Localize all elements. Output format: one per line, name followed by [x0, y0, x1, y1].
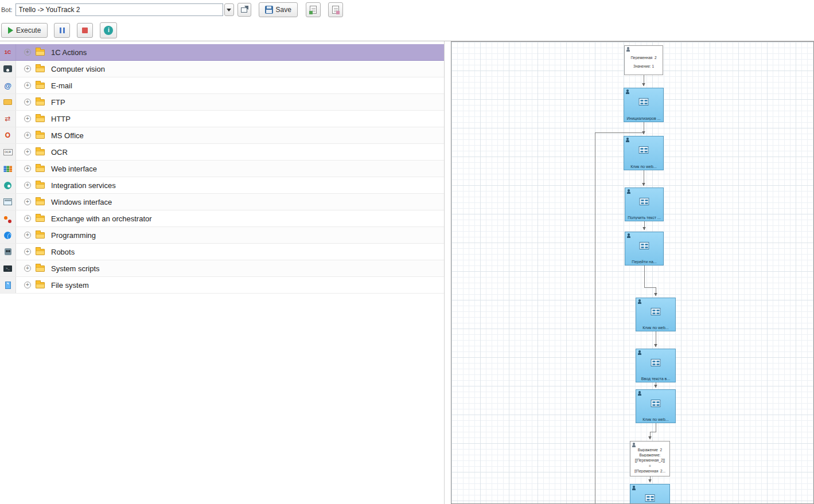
- flow-action-node[interactable]: Клик по web...: [624, 136, 664, 170]
- expand-plus-icon[interactable]: [24, 99, 31, 106]
- flow-action-node[interactable]: Получить текст ...: [625, 187, 664, 221]
- expand-plus-icon[interactable]: [24, 182, 31, 189]
- flow-variable-node[interactable]: Выражение_2Выражение:[[Переменная_2]]=[[…: [630, 441, 670, 476]
- expand-plus-icon[interactable]: [24, 65, 31, 72]
- category-icon-cell: [0, 177, 16, 193]
- flow-edge: [650, 423, 656, 439]
- document-icon: [310, 6, 317, 14]
- tree-row-label: 1C Actions: [51, 48, 87, 57]
- main-area: 1C ActionsComputer visionE-mailFTPHTTPMS…: [0, 41, 814, 504]
- node-badge-icon: [637, 391, 641, 396]
- node-label: Ввод текста в...: [637, 377, 675, 381]
- expand-plus-icon[interactable]: [24, 132, 31, 139]
- panel-splitter[interactable]: [445, 41, 451, 504]
- robots-icon: [5, 248, 11, 255]
- flow-action-node[interactable]: Ввод текста в...: [636, 349, 676, 382]
- vision-icon: [3, 65, 12, 72]
- expand-plus-icon[interactable]: [24, 82, 31, 89]
- tree-row-label: MS Office: [51, 131, 84, 140]
- category-icon-cell: [0, 61, 16, 77]
- node-badge-icon: [637, 350, 641, 355]
- node-label: Инициализиров ...: [625, 116, 663, 120]
- expand-plus-icon[interactable]: [24, 215, 31, 222]
- node-text-line: [[Переменная_2]]: [632, 458, 668, 462]
- category-icon-cell: [0, 277, 16, 293]
- info-button[interactable]: i: [100, 22, 117, 38]
- tree-row-label: HTTP: [51, 115, 71, 123]
- node-badge-icon: [625, 89, 629, 94]
- expand-plus-icon[interactable]: [24, 115, 31, 122]
- expand-plus-icon[interactable]: [24, 232, 31, 239]
- folder-icon: [36, 182, 45, 189]
- tree-row-1c-actions[interactable]: 1C Actions: [0, 44, 444, 61]
- scripts-icon: [3, 265, 12, 272]
- pause-button[interactable]: [54, 23, 70, 38]
- stop-icon: [82, 28, 88, 33]
- expand-plus-icon[interactable]: [24, 282, 31, 288]
- tree-row-windows-interface[interactable]: Windows interface: [0, 194, 444, 210]
- category-icon-cell: [0, 210, 16, 226]
- expand-plus-icon[interactable]: [24, 248, 31, 255]
- expand-plus-icon[interactable]: [24, 149, 31, 155]
- node-form-icon: [651, 359, 661, 366]
- tree-row-exchange-with-an-orchestrator[interactable]: Exchange with an orchestrator: [0, 210, 444, 227]
- node-text-line: [[Переменная_2...: [632, 469, 668, 473]
- flow-action-node[interactable]: Клик по web...: [636, 389, 676, 423]
- winui-icon: [3, 198, 12, 205]
- orchestrator-icon: [3, 215, 12, 222]
- execute-button[interactable]: Execute: [1, 23, 48, 38]
- report-button[interactable]: [306, 2, 321, 17]
- category-icon-cell: [0, 44, 16, 60]
- flow-action-node[interactable]: Инициализиров ...: [624, 88, 664, 122]
- bot-select-input[interactable]: [15, 3, 223, 16]
- tree-row-programming[interactable]: Programming: [0, 227, 444, 244]
- folder-icon: [36, 49, 45, 56]
- rpa-studio-window: Bot: Save Execute i: [0, 0, 814, 504]
- tree-row-label: Web interface: [51, 165, 97, 173]
- action-tree: 1C ActionsComputer visionE-mailFTPHTTPMS…: [0, 41, 445, 504]
- flow-action-node[interactable]: Клик по web...: [636, 298, 676, 331]
- expand-plus-icon[interactable]: [24, 198, 31, 205]
- msoffice-icon: [3, 131, 13, 140]
- expand-plus-icon[interactable]: [24, 265, 31, 272]
- flow-action-node[interactable]: [630, 484, 670, 504]
- chevron-down-icon: [227, 9, 231, 11]
- save-button[interactable]: Save: [259, 2, 298, 17]
- node-badge-icon: [626, 233, 630, 238]
- node-form-icon: [651, 308, 661, 315]
- flow-action-node[interactable]: Перейти на...: [625, 232, 664, 265]
- duplicate-button[interactable]: [328, 2, 343, 17]
- tree-row-integration-services[interactable]: Integration services: [0, 177, 444, 194]
- category-icon-cell: [0, 111, 16, 127]
- tree-row-web-interface[interactable]: Web interface: [0, 161, 444, 177]
- node-label: Клик по web...: [637, 326, 675, 330]
- stop-button[interactable]: [77, 23, 93, 38]
- tree-row-computer-vision[interactable]: Computer vision: [0, 61, 444, 77]
- folder-icon: [36, 116, 45, 122]
- play-icon: [8, 27, 13, 34]
- bot-toolbar: Bot: Save: [0, 0, 814, 19]
- node-text: Выражение_2Выражение:[[Переменная_2]]=[[…: [632, 447, 668, 474]
- tree-row-e-mail[interactable]: E-mail: [0, 77, 444, 94]
- bot-dropdown-button[interactable]: [224, 3, 234, 16]
- node-badge-icon: [625, 138, 629, 142]
- tree-row-label: OCR: [51, 148, 68, 157]
- 1c-icon: [3, 48, 13, 57]
- tree-row-file-system[interactable]: File system: [0, 277, 444, 294]
- expand-plus-icon[interactable]: [24, 165, 31, 172]
- run-toolbar: Execute i: [0, 19, 814, 41]
- tree-row-ftp[interactable]: FTP: [0, 94, 444, 111]
- tree-row-http[interactable]: HTTP: [0, 111, 444, 127]
- open-bot-button[interactable]: [237, 3, 251, 17]
- category-icon-cell: [0, 94, 16, 110]
- tree-row-system-scripts[interactable]: System scripts: [0, 260, 444, 277]
- node-form-icon: [639, 146, 649, 154]
- tree-row-ocr[interactable]: OCR: [0, 144, 444, 161]
- save-button-label: Save: [276, 6, 291, 14]
- open-window-icon: [241, 7, 247, 13]
- flow-canvas[interactable]: Переменная_2Значение: 1Инициализиров ...…: [451, 41, 814, 504]
- tree-row-robots[interactable]: Robots: [0, 244, 444, 260]
- tree-row-ms-office[interactable]: MS Office: [0, 127, 444, 144]
- expand-plus-icon[interactable]: [24, 49, 31, 56]
- flow-variable-node[interactable]: Переменная_2Значение: 1: [624, 45, 663, 75]
